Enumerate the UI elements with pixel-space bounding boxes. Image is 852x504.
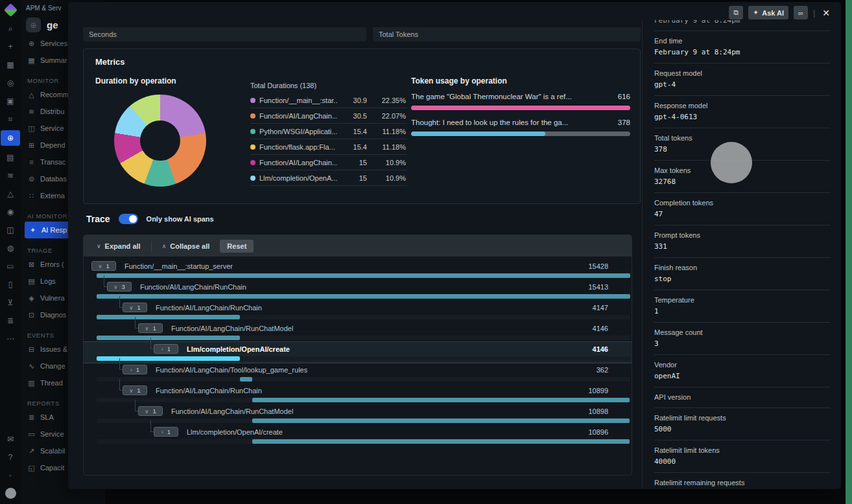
legend-color-dot (250, 98, 255, 103)
chevron-down-icon: ∨ (145, 325, 148, 332)
sidebar-item-label: Recomm (40, 91, 69, 98)
collapse-all-button[interactable]: ∧Collapse all (158, 242, 214, 250)
span-details-panel: February 9 at 8:24pmEnd timeFebruary 9 a… (642, 20, 841, 489)
ai-responses-icon: ✦ (29, 226, 37, 235)
datadog-logo[interactable] (1, 3, 20, 17)
help-icon[interactable]: ? (1, 450, 20, 464)
detail-value: gpt-4-0613 (654, 113, 831, 121)
sidebar-item-label: Databas (40, 175, 67, 183)
trace-span-row[interactable]: ∨3Function/AI/LangChain/RunChain15413 (84, 280, 632, 301)
ask-ai-button[interactable]: ✦Ask AI (748, 6, 788, 19)
invite-user-icon[interactable]: ◦ (1, 468, 20, 482)
apm-icon[interactable]: ⌗ (1, 112, 20, 126)
legend-percent: 10.9% (367, 174, 406, 182)
chat-icon[interactable]: ✉ (1, 432, 20, 446)
incidents-icon[interactable]: ◉ (1, 205, 20, 218)
cursor-indicator (711, 142, 752, 183)
metrics-icon[interactable]: ◎ (1, 76, 20, 89)
external-services-icon: ∷ (27, 192, 36, 200)
duration-donut-chart[interactable] (114, 95, 206, 187)
billing-icon[interactable]: ▭ (1, 259, 20, 273)
trace-span-row[interactable]: ›1Function/AI/LangChain/Tool/lookup_game… (84, 363, 632, 384)
notebooks-icon[interactable]: ▤ (1, 150, 20, 164)
span-bar-track (97, 336, 630, 340)
inbox-icon[interactable]: ⊻ (1, 295, 20, 309)
detail-field: Prompt tokens331 (654, 225, 831, 258)
span-expand-badge[interactable]: ∨1 (91, 261, 116, 271)
span-expand-badge[interactable]: ›1 (154, 427, 178, 437)
integrations-icon[interactable]: ◫ (1, 223, 20, 236)
trace-span-row[interactable]: ∨1Function/AI/LangChain/RunChatModel4146 (84, 321, 632, 342)
distributions-icon: ≋ (27, 108, 36, 116)
span-expand-badge[interactable]: ›1 (123, 365, 147, 374)
trace-row-line: ›1Llm/completion/OpenAI/create4146 (84, 342, 632, 356)
synthetics-icon[interactable]: △ (1, 187, 20, 200)
trace-span-row[interactable]: ∨1Function/AI/LangChain/RunChatModel1089… (84, 404, 632, 425)
span-bar-track (97, 398, 630, 402)
expand-all-button[interactable]: ∨Expand all (93, 242, 145, 250)
recommendations-icon: △ (27, 91, 36, 99)
rum-icon[interactable]: ◍ (1, 241, 20, 255)
trace-span-row[interactable]: ∨1Function/AI/LangChain/RunChain10899 (84, 384, 632, 404)
detail-value: February 9 at 8:24pm (654, 48, 831, 56)
span-expand-badge[interactable]: ∨1 (123, 385, 147, 395)
span-expand-badge[interactable]: ∨3 (107, 282, 132, 292)
watchdog-icon[interactable]: ▣ (1, 94, 20, 108)
reset-button[interactable]: Reset (220, 240, 254, 253)
legend-percent: 22.07% (367, 112, 406, 120)
errors-icon: ⊠ (27, 260, 36, 269)
legend-row[interactable]: Llm/completion/OpenA...1510.9% (250, 170, 407, 186)
detail-field: End timeFebruary 9 at 8:24pm (654, 31, 831, 63)
span-bar-fill (97, 336, 240, 340)
legend-title: Total Durations (138) (250, 82, 407, 89)
trace-toolbar: ∨Expand all ∧Collapse all Reset (84, 235, 632, 257)
trace-span-row[interactable]: ›1Llm/completion/OpenAI/create4146 (84, 342, 632, 363)
close-button[interactable]: ✕ (820, 8, 832, 18)
legend-duration-value: 15 (337, 159, 367, 166)
token-usage-row[interactable]: The game "Global Thermonuclear War" is a… (411, 93, 630, 110)
trace-span-row[interactable]: ∨1Function/AI/LangChain/RunChain4147 (84, 301, 632, 321)
sidebar-item-label: Capacit (40, 464, 64, 472)
trace-span-row[interactable]: ∨1Function/__main__:startup_server15428 (84, 259, 632, 280)
legend-color-dot (250, 160, 255, 165)
span-expand-badge[interactable]: ∨1 (123, 303, 147, 312)
chevron-down-icon: ∨ (129, 387, 133, 394)
duration-by-operation-title: Duration by operation (95, 76, 176, 86)
service-map-icon[interactable]: ⊕ (1, 130, 20, 146)
trace-row-line: ∨1Function/__main__:startup_server15428 (84, 259, 632, 273)
token-usage-block: Token usage by operation The game "Globa… (411, 76, 630, 144)
token-bar-fill (411, 106, 630, 110)
trace-span-row[interactable]: ›1Llm/completion/OpenAI/create10896 (84, 425, 632, 446)
trace-card: ∨Expand all ∧Collapse all Reset ∨1Functi… (83, 235, 632, 475)
legend-row[interactable]: Function/AI/LangChain...1510.9% (250, 155, 407, 170)
transactions-icon: ≡ (27, 158, 36, 166)
monitors-icon[interactable]: ≋ (1, 168, 20, 182)
total-tokens-chart-footer: Total Tokens (373, 27, 641, 41)
copy-link-button[interactable]: ∞ (794, 6, 808, 19)
chevron-right-icon: › (161, 346, 163, 352)
detail-label: Ratelimit limit requests (654, 414, 831, 422)
only-ai-spans-toggle[interactable] (119, 214, 138, 224)
span-expand-badge[interactable]: ∨1 (138, 323, 163, 333)
search-icon[interactable]: ⌕ (1, 21, 20, 35)
detail-label: API version (654, 393, 831, 401)
avatar[interactable] (1, 487, 20, 500)
legend-row[interactable]: Python/WSGI/Applicati...15.411.18% (250, 124, 407, 139)
token-usage-row[interactable]: Thought: I need to look up the rules for… (411, 119, 630, 136)
infrastructure-icon[interactable]: ≣ (1, 314, 20, 327)
plus-icon[interactable]: + (1, 40, 20, 53)
view-raw-button[interactable]: ⧉ (729, 6, 743, 19)
detail-value: 3 (654, 339, 831, 348)
apps-grid-icon[interactable]: ▦ (1, 58, 20, 71)
span-expand-badge[interactable]: ∨1 (138, 406, 163, 416)
capacity-icon: ◱ (27, 464, 36, 472)
more-icon[interactable]: ⋯ (1, 332, 20, 345)
legend-row[interactable]: Function/AI/LangChain...30.522.07% (250, 108, 407, 124)
span-expand-badge[interactable]: ›1 (154, 344, 178, 354)
mobile-icon[interactable]: ▯ (1, 277, 20, 291)
span-bar-fill (97, 356, 240, 361)
services-icon: ⊕ (27, 40, 36, 48)
legend-row[interactable]: Function/flask.app:Fla...15.411.18% (250, 139, 407, 155)
token-count: 616 (618, 93, 630, 100)
legend-row[interactable]: Function/__main__:star...30.922.35% (250, 93, 407, 108)
